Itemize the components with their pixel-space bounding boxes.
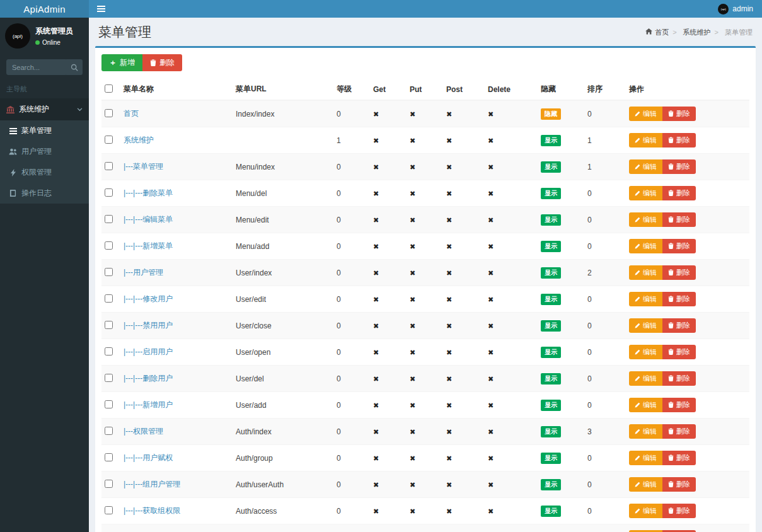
breadcrumb-item[interactable]: 系统维护: [669, 28, 710, 37]
row-checkbox[interactable]: [105, 241, 113, 250]
row-checkbox[interactable]: [105, 480, 113, 488]
row-checkbox[interactable]: [105, 162, 113, 170]
delete-button[interactable]: 删除: [662, 371, 696, 386]
delete-button[interactable]: 删除: [662, 292, 696, 306]
navbar-user-menu[interactable]: (api) admin: [709, 0, 762, 18]
delete-button[interactable]: 删除: [662, 477, 696, 492]
visible-badge[interactable]: 显示: [541, 347, 561, 358]
edit-button[interactable]: 编辑: [629, 292, 662, 306]
delete-button[interactable]: 删除: [662, 107, 696, 121]
delete-button[interactable]: 删除: [662, 504, 696, 518]
delete-button[interactable]: 删除: [662, 424, 696, 439]
row-checkbox[interactable]: [105, 109, 113, 117]
menu-name-link[interactable]: |---|---新增菜单: [124, 241, 173, 250]
menu-name-link[interactable]: |---|---删除用户: [124, 374, 173, 383]
sidebar-item-auth-management[interactable]: 权限管理: [0, 162, 89, 183]
menu-name-link[interactable]: |---|---用户赋权: [124, 453, 173, 462]
row-checkbox[interactable]: [105, 215, 113, 223]
breadcrumb-item[interactable]: 首页: [645, 28, 669, 37]
delete-button[interactable]: 删除: [662, 159, 696, 174]
menu-url: Auth/index: [233, 419, 333, 445]
select-all-checkbox[interactable]: [105, 84, 113, 93]
row-checkbox[interactable]: [105, 506, 113, 514]
row-checkbox[interactable]: [105, 321, 113, 329]
row-checkbox[interactable]: [105, 268, 113, 276]
row-checkbox[interactable]: [105, 188, 113, 197]
visible-badge[interactable]: 显示: [541, 479, 561, 490]
cross-icon-post: ✖: [446, 375, 452, 383]
visible-badge[interactable]: 显示: [541, 135, 561, 146]
edit-button[interactable]: 编辑: [629, 159, 662, 174]
edit-button[interactable]: 编辑: [629, 504, 662, 518]
hidden-badge[interactable]: 隐藏: [541, 108, 561, 120]
add-button[interactable]: ＋ 新增: [101, 54, 142, 71]
row-checkbox[interactable]: [105, 294, 113, 303]
menu-name-link[interactable]: |---菜单管理: [124, 162, 163, 171]
app-logo[interactable]: ApiAdmin: [0, 0, 89, 18]
edit-button[interactable]: 编辑: [629, 424, 662, 439]
delete-button[interactable]: 删除: [662, 265, 696, 280]
visible-badge[interactable]: 显示: [541, 426, 561, 437]
sidebar-item-operation-log[interactable]: 操作日志: [0, 183, 89, 204]
menu-name-link[interactable]: |---|---编辑菜单: [124, 215, 173, 224]
edit-button[interactable]: 编辑: [629, 398, 662, 412]
menu-name-link[interactable]: |---|---新增用户: [124, 400, 173, 409]
edit-button[interactable]: 编辑: [629, 265, 662, 280]
row-checkbox[interactable]: [105, 136, 113, 144]
menu-name-link[interactable]: 系统维护: [124, 136, 154, 144]
edit-button[interactable]: 编辑: [629, 451, 662, 465]
menu-name-link[interactable]: |---|---启用用户: [124, 347, 173, 356]
visible-badge[interactable]: 显示: [541, 188, 561, 199]
edit-button[interactable]: 编辑: [629, 107, 662, 121]
edit-button[interactable]: 编辑: [629, 239, 662, 253]
visible-badge[interactable]: 显示: [541, 294, 561, 305]
edit-button[interactable]: 编辑: [629, 345, 662, 359]
edit-button[interactable]: 编辑: [629, 212, 662, 227]
row-checkbox[interactable]: [105, 374, 113, 382]
cross-icon-delete: ✖: [488, 402, 494, 409]
delete-button[interactable]: 删除: [662, 212, 696, 227]
sidebar-toggle-icon[interactable]: [89, 0, 113, 18]
visible-badge[interactable]: 显示: [541, 400, 561, 411]
row-checkbox[interactable]: [105, 453, 113, 461]
delete-button[interactable]: 删除: [662, 133, 696, 147]
edit-button[interactable]: 编辑: [629, 371, 662, 386]
delete-button[interactable]: 删除: [662, 345, 696, 359]
visible-badge[interactable]: 显示: [541, 453, 561, 464]
search-input[interactable]: [6, 59, 66, 75]
row-checkbox[interactable]: [105, 347, 113, 356]
visible-badge[interactable]: 显示: [541, 506, 561, 517]
delete-button[interactable]: 删除: [662, 186, 696, 200]
edit-button[interactable]: 编辑: [629, 318, 662, 333]
menu-name-link[interactable]: |---|---获取组权限: [124, 506, 180, 515]
row-checkbox[interactable]: [105, 400, 113, 408]
delete-button[interactable]: 删除: [662, 451, 696, 465]
edit-button[interactable]: 编辑: [629, 186, 662, 200]
menu-name-link[interactable]: |---|---组用户管理: [124, 480, 180, 489]
sidebar-item-menu-management[interactable]: 菜单管理: [0, 120, 89, 141]
cross-icon-put: ✖: [410, 216, 415, 224]
search-button[interactable]: [66, 59, 83, 75]
delete-button[interactable]: 删除: [662, 318, 696, 333]
sidebar-item-system-maintenance[interactable]: 系统维护: [0, 98, 89, 120]
edit-button[interactable]: 编辑: [629, 477, 662, 492]
visible-badge[interactable]: 显示: [541, 267, 561, 279]
visible-badge[interactable]: 显示: [541, 320, 561, 332]
visible-badge[interactable]: 显示: [541, 373, 561, 385]
bulk-delete-button[interactable]: 删除: [142, 54, 182, 71]
menu-name-link[interactable]: |---权限管理: [124, 427, 163, 436]
menu-name-link[interactable]: |---|---删除菜单: [124, 188, 173, 197]
delete-button[interactable]: 删除: [662, 398, 696, 412]
menu-name-link[interactable]: |---|---禁用用户: [124, 321, 173, 330]
sidebar-item-user-management[interactable]: 用户管理: [0, 141, 89, 162]
menu-name-link[interactable]: |---用户管理: [124, 268, 163, 277]
menu-name-link[interactable]: |---|---修改用户: [124, 294, 173, 303]
menu-name-link[interactable]: 首页: [124, 109, 139, 118]
visible-badge[interactable]: 显示: [541, 161, 561, 173]
delete-button[interactable]: 删除: [662, 239, 696, 253]
visible-badge[interactable]: 显示: [541, 241, 561, 252]
edit-button[interactable]: 编辑: [629, 133, 662, 147]
row-checkbox[interactable]: [105, 427, 113, 435]
visible-badge[interactable]: 显示: [541, 214, 561, 226]
pencil-icon: [635, 454, 640, 462]
